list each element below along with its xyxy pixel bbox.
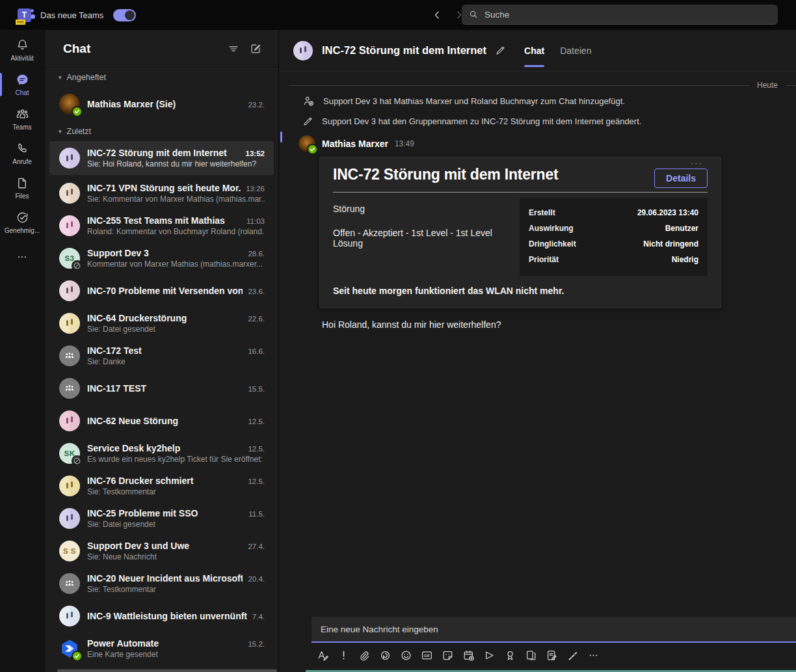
chat-list-item[interactable]: S3 Support Dev 328.6. Kommentar von Marx… [49, 242, 274, 274]
chat-list-item[interactable]: Power Automate15.2. Eine Karte gesendet [49, 632, 274, 664]
emoji-icon[interactable] [398, 647, 414, 663]
rail-item-aktivitaet[interactable]: Aktivität [0, 38, 44, 62]
chat-list-header: Chat [45, 30, 278, 68]
compose-area: GIF [312, 617, 796, 663]
edit-name-pencil-icon[interactable] [495, 45, 506, 56]
chat-list-title: Chat [63, 42, 217, 56]
gif-icon[interactable]: GIF [419, 647, 434, 663]
status-blocked-icon [73, 457, 81, 465]
tab-dateien[interactable]: Dateien [552, 30, 599, 72]
chat-item-time: 11:03 [246, 217, 265, 225]
stream-icon[interactable] [564, 647, 580, 663]
chat-list-item[interactable]: INC-76 Drucker schmiert12.5. Sie: Testko… [49, 470, 274, 502]
date-divider-label: Heute [757, 81, 778, 90]
horizontal-scrollbar[interactable] [57, 669, 277, 672]
tab-chat[interactable]: Chat [516, 30, 552, 72]
filter-icon[interactable] [228, 43, 239, 55]
chat-list-item[interactable]: INC-255 Test Teams mit Mathias11:03 Rola… [49, 209, 274, 241]
chat-item-preview: Sie: Hoi Roland, kannst du mir hier weit… [87, 159, 265, 168]
bell-icon [16, 38, 29, 52]
section-zuletzt[interactable]: ▾ Zuletzt [45, 122, 278, 141]
unread-indicator [280, 131, 282, 142]
chat-list-item[interactable]: INC-72 Störung mit dem Internet13:52 Sie… [49, 141, 274, 175]
card-field: Priorität Niedrig [529, 252, 698, 267]
conversation-pane: INC-72 Störung mit dem Internet Chat Dat… [278, 30, 796, 672]
group-avatar [59, 313, 80, 334]
more-icon[interactable] [585, 647, 601, 663]
search-box[interactable] [462, 5, 778, 25]
search-input[interactable] [484, 10, 771, 20]
chat-list-item[interactable]: INC-117 TEST15.5. [49, 372, 274, 404]
chat-item-time: 12.5. [248, 445, 265, 453]
card-status-line: Offen - Akzeptiert - 1st Level - 1st Lev… [333, 228, 520, 249]
rail-more-button[interactable] [0, 250, 44, 263]
group-avatar [59, 476, 80, 496]
message-timestamp: 13:49 [395, 139, 414, 148]
chat-list-item[interactable]: INC-9 Wattleistung bieten unvernünfti...… [49, 600, 274, 632]
chat-item-title: INC-9 Wattleistung bieten unvernünfti... [87, 611, 247, 621]
message-input[interactable] [312, 617, 796, 643]
rail-item-teams[interactable]: Teams [0, 107, 44, 131]
search-icon [468, 9, 479, 20]
active-rail-indicator [0, 73, 2, 96]
status-online-icon [308, 145, 317, 154]
chat-item-preview: Eine Karte gesendet [87, 650, 265, 659]
back-icon[interactable] [432, 10, 442, 20]
chat-item-time: 15.2. [248, 640, 265, 648]
chat-item-preview: Roland: Kommentar von Buchmayr Roland (r… [87, 227, 265, 236]
toggle-knob [125, 10, 135, 20]
details-button[interactable]: Details [654, 168, 708, 188]
group-avatar [59, 606, 80, 626]
pages-icon[interactable] [523, 647, 538, 663]
section-angeheftet[interactable]: ▾ Angeheftet [45, 68, 278, 87]
chat-item-time: 20.4. [248, 575, 265, 583]
praise-icon[interactable] [502, 647, 518, 663]
chat-list-item[interactable]: INC-172 Test16.6. Sie: Danke [49, 340, 274, 371]
chat-icon [16, 73, 29, 87]
chat-list-item[interactable]: INC-62 Neue Störung12.5. [49, 405, 274, 437]
conversation-header: INC-72 Störung mit dem Internet Chat Dat… [279, 30, 796, 72]
chat-list-item[interactable]: S S Support Dev 3 und Uwe27.4. Sie: Neue… [49, 535, 274, 567]
bot-avatar: SK [59, 443, 80, 464]
rail-item-anrufe[interactable]: Anrufe [0, 142, 44, 165]
rail-item-genehmigungen[interactable]: Genehmig... [0, 211, 44, 234]
message-list: Heute Support Dev 3 hat Mathias Marxer u… [279, 81, 796, 330]
chat-item-time: 15.5. [248, 385, 265, 393]
group-avatar [59, 345, 80, 366]
teams-logo-icon: T PRE [18, 8, 31, 22]
chat-item-title: INC-172 Test [87, 345, 243, 356]
chat-list-item[interactable]: INC-71 VPN Störung seit heute Mor...13:2… [49, 177, 274, 209]
rail-item-chat[interactable]: Chat [0, 73, 44, 96]
group-avatar [59, 280, 80, 301]
chat-list-item[interactable]: Mathias Marxer (Sie)23.2. [49, 87, 274, 121]
chat-list-item[interactable]: SK Service Desk ky2help12.5. Es wurde ei… [49, 437, 274, 469]
chat-list-item[interactable]: INC-20 Neuer Incident aus Microsoft ...2… [49, 567, 274, 599]
calendar-add-icon[interactable] [460, 647, 476, 663]
power-automate-avatar [59, 638, 80, 659]
importance-icon[interactable] [336, 647, 351, 663]
chat-item-title: Support Dev 3 [87, 248, 243, 258]
chat-list-item[interactable]: INC-70 Probleme mit Versenden von ...23.… [49, 275, 274, 306]
new-chat-icon[interactable] [250, 43, 261, 55]
format-icon[interactable] [315, 647, 330, 663]
card-more-icon[interactable]: ··· [691, 158, 703, 168]
chat-item-title: INC-70 Probleme mit Versenden von ... [87, 286, 243, 296]
teams-logo-dot [31, 14, 35, 19]
chat-item-time: 13:26 [246, 185, 265, 193]
message-author: Mathias Marxer [322, 139, 388, 149]
attach-icon[interactable] [356, 647, 372, 663]
chat-item-preview: Sie: Neue Nachricht [87, 552, 265, 561]
teams-logo-dot [31, 9, 34, 12]
chat-list-item[interactable]: INC-64 Druckerstörung22.6. Sie: Datei ge… [49, 307, 274, 339]
send-later-icon[interactable] [481, 647, 497, 663]
chat-item-time: 23.6. [248, 288, 265, 295]
loop-icon[interactable] [377, 647, 393, 663]
sticker-icon[interactable] [440, 647, 455, 663]
approvals-compose-icon[interactable] [544, 647, 559, 663]
rail-item-files[interactable]: Files [0, 176, 44, 200]
chat-item-title: INC-20 Neuer Incident aus Microsoft ... [87, 573, 243, 584]
chat-item-preview: Sie: Datei gesendet [87, 520, 265, 529]
new-teams-toggle[interactable] [113, 9, 136, 21]
chat-list-scroll: ▾ Angeheftet Mathias Marxer (Sie)23.2. ▾… [45, 68, 278, 672]
chat-list-item[interactable]: INC-25 Probleme mit SSO11.5. Sie: Datei … [49, 502, 274, 534]
